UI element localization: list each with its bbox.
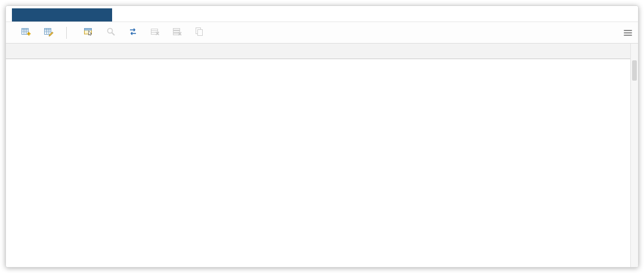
add-field-button[interactable]	[17, 24, 38, 41]
switch-selection-button[interactable]	[124, 24, 145, 41]
copy-icon	[194, 27, 204, 38]
delete-selection-button[interactable]	[168, 24, 189, 41]
clear-selection-button[interactable]	[146, 24, 167, 41]
zoom-to-icon	[106, 27, 116, 38]
delete-selection-icon	[172, 27, 182, 38]
select-by-attributes-icon	[83, 27, 94, 38]
tab-bar	[6, 6, 638, 22]
vertical-scrollbar-thumb[interactable]	[632, 60, 637, 81]
tab-attribute-table[interactable]	[12, 8, 112, 22]
clear-selection-icon	[150, 27, 160, 38]
attribute-table-grid	[6, 44, 638, 267]
copy-button[interactable]	[190, 24, 211, 41]
calculate-field-button[interactable]	[39, 24, 61, 41]
attribute-table-toolbar	[6, 22, 638, 44]
calculate-field-icon	[44, 27, 54, 38]
toolbar-separator	[66, 27, 67, 39]
zoom-to-button[interactable]	[102, 24, 123, 41]
add-field-icon	[21, 27, 31, 38]
switch-selection-icon	[128, 27, 138, 38]
vertical-scrollbar[interactable]	[630, 44, 638, 267]
select-by-attributes-button[interactable]	[79, 24, 101, 41]
attribute-table-window	[5, 5, 639, 268]
toolbar-options-icon[interactable]	[624, 30, 632, 36]
table-header-row	[6, 44, 638, 59]
